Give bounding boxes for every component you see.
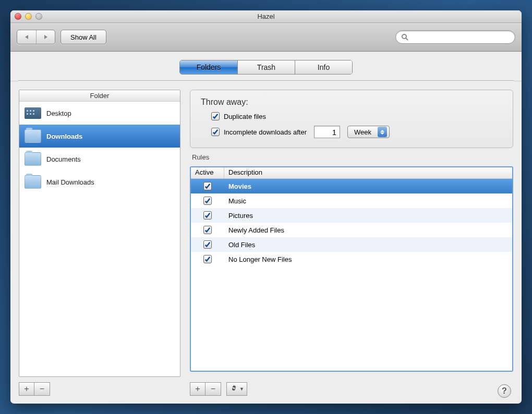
- svg-line-1: [406, 38, 408, 40]
- rules-table: Active Description MoviesMusicPicturesNe…: [190, 166, 513, 372]
- folder-name-label: Downloads: [46, 132, 82, 140]
- content-area: Folder DesktopDownloadsDocumentsMail Dow…: [10, 81, 522, 404]
- forward-icon: [43, 34, 49, 40]
- traffic-lights: [15, 13, 42, 20]
- forward-button[interactable]: [36, 30, 55, 44]
- search-input[interactable]: [408, 33, 510, 42]
- checkmark-icon: [204, 256, 211, 262]
- search-field[interactable]: [395, 30, 515, 44]
- show-all-label: Show All: [70, 33, 96, 41]
- svg-point-0: [402, 34, 406, 39]
- checkmark-icon: [212, 113, 219, 119]
- rule-controls: + − ▼: [190, 382, 513, 396]
- stepper-arrows-icon: [378, 127, 387, 137]
- folder-icon: [25, 175, 41, 189]
- duplicate-files-label: Duplicate files: [224, 113, 266, 120]
- back-icon: [23, 34, 30, 40]
- folder-row[interactable]: Desktop: [19, 102, 180, 125]
- tab-info[interactable]: Info: [295, 60, 352, 74]
- column-active-header[interactable]: Active: [191, 167, 224, 178]
- toolbar: Show All: [10, 23, 522, 52]
- gear-icon: [229, 385, 238, 393]
- incomplete-downloads-row: Incomplete downloads after Week: [211, 126, 502, 138]
- folder-icon: [25, 129, 41, 143]
- rule-active-checkbox[interactable]: [203, 255, 212, 263]
- rules-table-header: Active Description: [191, 167, 512, 179]
- folder-controls: + −: [19, 382, 180, 396]
- remove-rule-button[interactable]: −: [205, 382, 221, 396]
- checkmark-icon: [204, 198, 211, 204]
- rule-row[interactable]: Pictures: [191, 208, 512, 223]
- rule-row[interactable]: Movies: [191, 179, 512, 193]
- help-button[interactable]: ?: [498, 384, 511, 398]
- folder-row[interactable]: Mail Downloads: [19, 171, 180, 193]
- remove-folder-button[interactable]: −: [34, 382, 50, 396]
- rule-action-button[interactable]: ▼: [226, 382, 247, 396]
- close-button[interactable]: [15, 13, 21, 20]
- rule-name-label: No Longer New Files: [224, 255, 512, 263]
- tab-folders[interactable]: Folders: [180, 60, 237, 74]
- add-rule-button[interactable]: +: [190, 382, 205, 396]
- rule-name-label: Music: [224, 197, 512, 205]
- rule-active-checkbox[interactable]: [203, 211, 212, 220]
- column-description-header[interactable]: Description: [224, 167, 512, 178]
- preferences-window: Hazel Show All FoldersTrashInfo Folder D…: [10, 10, 522, 404]
- folder-list[interactable]: DesktopDownloadsDocumentsMail Downloads: [19, 102, 180, 376]
- folder-row[interactable]: Documents: [19, 148, 180, 171]
- rule-active-checkbox[interactable]: [203, 197, 212, 205]
- rule-row[interactable]: Old Files: [191, 237, 512, 252]
- rules-list[interactable]: MoviesMusicPicturesNewly Added FilesOld …: [191, 179, 512, 371]
- checkmark-icon: [204, 212, 211, 218]
- folder-name-label: Mail Downloads: [46, 178, 94, 186]
- rule-row[interactable]: Newly Added Files: [191, 223, 512, 237]
- search-icon: [401, 33, 408, 41]
- rule-row[interactable]: Music: [191, 193, 512, 208]
- nav-buttons: [17, 30, 55, 44]
- back-button[interactable]: [17, 30, 36, 44]
- rule-active-checkbox[interactable]: [203, 240, 212, 249]
- zoom-button[interactable]: [35, 13, 42, 20]
- duplicate-files-checkbox[interactable]: [211, 112, 220, 120]
- throw-away-group: Throw away: Duplicate files Incomplete d…: [190, 90, 513, 148]
- folder-row[interactable]: Downloads: [19, 125, 180, 148]
- rule-name-label: Old Files: [224, 241, 512, 249]
- checkmark-icon: [204, 241, 211, 248]
- rule-name-label: Newly Added Files: [224, 226, 512, 234]
- tab-group: FoldersTrashInfo: [179, 60, 353, 75]
- folder-icon: [25, 152, 41, 166]
- checkmark-icon: [212, 129, 219, 135]
- titlebar: Hazel: [10, 10, 522, 23]
- main-panel: Throw away: Duplicate files Incomplete d…: [190, 90, 513, 396]
- rule-active-checkbox[interactable]: [203, 226, 212, 234]
- rules-section-label: Rules: [192, 153, 513, 161]
- minimize-button[interactable]: [25, 13, 32, 20]
- incomplete-downloads-checkbox[interactable]: [211, 128, 220, 136]
- throw-away-title: Throw away:: [201, 98, 502, 107]
- duplicate-files-row: Duplicate files: [211, 112, 502, 120]
- window-title: Hazel: [257, 13, 274, 20]
- add-folder-button[interactable]: +: [19, 382, 34, 396]
- folder-sidebar: Folder DesktopDownloadsDocumentsMail Dow…: [19, 90, 180, 396]
- folder-list-box: Folder DesktopDownloadsDocumentsMail Dow…: [19, 90, 180, 377]
- folder-list-header: Folder: [19, 90, 180, 102]
- checkmark-icon: [204, 183, 211, 189]
- incomplete-value-input[interactable]: [314, 126, 340, 138]
- rule-active-checkbox[interactable]: [203, 182, 212, 190]
- rule-name-label: Pictures: [224, 212, 512, 220]
- incomplete-downloads-label: Incomplete downloads after: [224, 128, 307, 136]
- checkmark-icon: [204, 227, 211, 233]
- folder-name-label: Documents: [46, 155, 81, 163]
- incomplete-unit-select[interactable]: Week: [347, 126, 390, 138]
- desktop-icon: [25, 107, 41, 119]
- rule-row[interactable]: No Longer New Files: [191, 252, 512, 266]
- incomplete-unit-value: Week: [354, 128, 371, 136]
- folder-name-label: Desktop: [46, 109, 71, 117]
- show-all-button[interactable]: Show All: [61, 30, 106, 44]
- tab-bar: FoldersTrashInfo: [10, 52, 522, 81]
- tab-trash[interactable]: Trash: [237, 60, 295, 74]
- rule-name-label: Movies: [224, 182, 512, 190]
